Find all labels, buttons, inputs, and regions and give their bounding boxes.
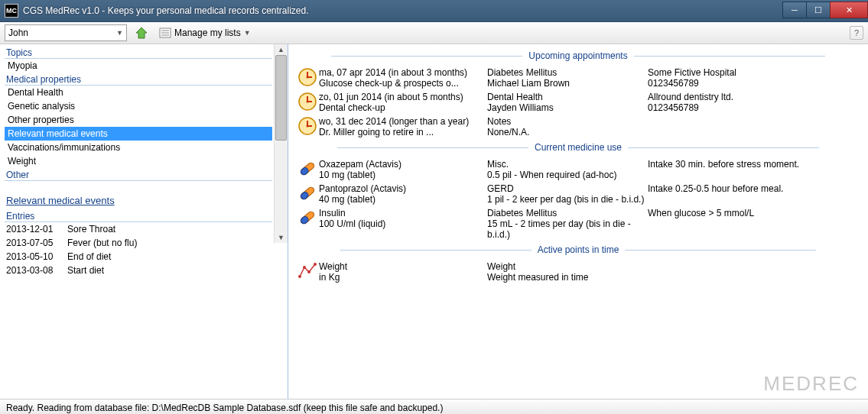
appt-date: ma, 07 apr 2014 (in about 3 months): [319, 67, 487, 78]
user-dropdown[interactable]: John ▼: [5, 24, 127, 41]
scroll-up-icon[interactable]: ▲: [275, 44, 288, 55]
med-dose: 100 U/ml (liquid): [319, 218, 487, 229]
entry-text: Sore Throat: [67, 224, 115, 234]
maximize-button[interactable]: ☐: [806, 2, 831, 18]
main-panel: Upcoming appointments ma, 07 apr 2014 (i…: [288, 44, 868, 399]
sidebar-item[interactable]: Other properties: [5, 113, 272, 127]
med-frequency: 15 mL - 2 times per day (bis in die - b.…: [487, 218, 648, 240]
home-icon: [135, 26, 148, 40]
appt-location: Allround dentistry ltd.: [648, 92, 860, 102]
entry-date: 2013-05-10: [6, 251, 67, 262]
entry-text: Start diet: [67, 265, 104, 276]
sidebar-scrollbar[interactable]: ▲ ▼: [274, 44, 288, 243]
app-window: MC CGS MedRec v1.0 - Keeps your personal…: [0, 0, 868, 414]
chevron-down-icon: ▼: [244, 29, 251, 37]
appt-person: Jayden Williams: [487, 102, 648, 113]
sidebar-item[interactable]: Myopia: [5, 59, 272, 73]
appt-person: None/N.A.: [487, 127, 648, 137]
sidebar-item[interactable]: Weight: [5, 154, 272, 168]
med-name: Insulin: [319, 208, 487, 218]
med-category: Misc.: [487, 159, 648, 170]
section-medical-properties: Medical properties: [5, 73, 272, 86]
medicine-row[interactable]: Oxazepam (Actavis)10 mg (tablet)Misc.0.5…: [296, 157, 860, 182]
appt-phone: 0123456789: [648, 102, 860, 113]
entry-row[interactable]: 2013-05-10End of diet: [5, 250, 272, 264]
section-topics: Topics: [5, 46, 272, 59]
manage-lists-button[interactable]: Manage my lists ▼: [156, 25, 254, 40]
svg-point-12: [307, 101, 309, 103]
appt-category: Notes: [487, 116, 648, 127]
entry-text: Fever (but no flu): [67, 238, 137, 248]
appt-category: Dental Health: [487, 92, 648, 102]
status-text: Ready. Reading from database file: D:\Me…: [6, 403, 443, 413]
med-note: Intake 0.25-0.5 hour before meal.: [648, 183, 860, 194]
svg-point-26: [314, 263, 317, 266]
minimize-button[interactable]: ─: [782, 2, 807, 18]
med-frequency: 1 pil - 2 keer per dag (bis in die - b.i…: [487, 194, 648, 205]
entry-date: 2013-07-05: [6, 238, 67, 248]
svg-point-16: [307, 125, 309, 128]
entry-row[interactable]: 2013-12-01Sore Throat: [5, 222, 272, 236]
detail-title[interactable]: Relevant medical events: [6, 195, 286, 206]
entry-row[interactable]: 2013-03-08Start diet: [5, 264, 272, 277]
med-name: Pantoprazol (Actavis): [319, 183, 487, 194]
med-category: GERD: [487, 183, 648, 194]
svg-point-23: [298, 275, 301, 278]
med-category: Diabetes Mellitus: [487, 208, 648, 218]
pill-icon: [296, 208, 319, 228]
entry-date: 2013-12-01: [6, 224, 67, 234]
sidebar-item-truncated[interactable]: [5, 181, 272, 190]
appointment-row[interactable]: zo, 01 jun 2014 (in about 5 months)Denta…: [296, 90, 860, 115]
svg-point-25: [307, 270, 310, 273]
point-name: Weight: [319, 261, 487, 272]
appt-desc: Glucose check-up & prospects o...: [319, 78, 487, 89]
med-dose: 40 mg (tablet): [319, 194, 487, 205]
appt-desc: Dr. Miller going to retire in ...: [319, 127, 487, 137]
close-button[interactable]: ✕: [830, 2, 868, 18]
sidebar-item[interactable]: Relevant medical events: [5, 127, 272, 141]
section-entries: Entries: [5, 209, 272, 222]
sidebar-item[interactable]: Dental Health: [5, 86, 272, 99]
medicine-row[interactable]: Insulin100 U/ml (liquid)Diabetes Mellitu…: [296, 206, 860, 241]
entry-row[interactable]: 2013-07-05Fever (but no flu): [5, 236, 272, 250]
point-unit: in Kg: [319, 272, 487, 283]
statusbar: Ready. Reading from database file: D:\Me…: [0, 399, 868, 414]
svg-point-8: [307, 76, 309, 79]
scroll-thumb[interactable]: [275, 55, 287, 141]
appointment-row[interactable]: ma, 07 apr 2014 (in about 3 months)Gluco…: [296, 66, 860, 90]
clock-icon: [296, 92, 319, 112]
titlebar[interactable]: MC CGS MedRec v1.0 - Keeps your personal…: [0, 0, 868, 22]
help-button[interactable]: ?: [850, 26, 863, 40]
chevron-down-icon: ▼: [116, 29, 123, 37]
appt-phone: 0123456789: [648, 78, 860, 89]
svg-marker-0: [136, 27, 147, 38]
sidebar-item[interactable]: Vaccinations/immunizations: [5, 141, 272, 154]
point-row[interactable]: Weightin KgWeightWeight measured in time: [296, 260, 860, 284]
chart-icon: [296, 261, 319, 281]
list-icon: [159, 27, 171, 39]
appointments-header: Upcoming appointments: [296, 50, 860, 61]
window-title: CGS MedRec v1.0 - Keeps your personal me…: [23, 5, 783, 16]
section-other: Other: [5, 168, 272, 181]
clock-icon: [296, 116, 319, 136]
app-icon: MC: [5, 4, 18, 18]
pill-icon: [296, 183, 319, 203]
home-button[interactable]: [132, 24, 151, 41]
clock-icon: [296, 67, 319, 87]
sidebar-item[interactable]: Genetic analysis: [5, 99, 272, 113]
appt-date: wo, 31 dec 2014 (longer than a year): [319, 116, 487, 127]
medicine-header: Current medicine use: [296, 142, 860, 153]
med-frequency: 0.5 pil - When required (ad-hoc): [487, 170, 648, 180]
toolbar: John ▼ Manage my lists ▼ ?: [0, 22, 868, 44]
entry-text: End of diet: [67, 251, 111, 262]
appointment-row[interactable]: wo, 31 dec 2014 (longer than a year)Dr. …: [296, 115, 860, 139]
scroll-down-icon[interactable]: ▼: [275, 232, 288, 243]
point-desc: Weight measured in time: [487, 272, 648, 283]
points-header: Active points in time: [296, 244, 860, 255]
svg-point-24: [303, 266, 306, 269]
med-note: When glucose > 5 mmol/L: [648, 208, 860, 218]
med-name: Oxazepam (Actavis): [319, 159, 487, 170]
medicine-row[interactable]: Pantoprazol (Actavis)40 mg (tablet)GERD1…: [296, 182, 860, 206]
med-note: Intake 30 min. before stress moment.: [648, 159, 860, 170]
pill-icon: [296, 159, 319, 179]
